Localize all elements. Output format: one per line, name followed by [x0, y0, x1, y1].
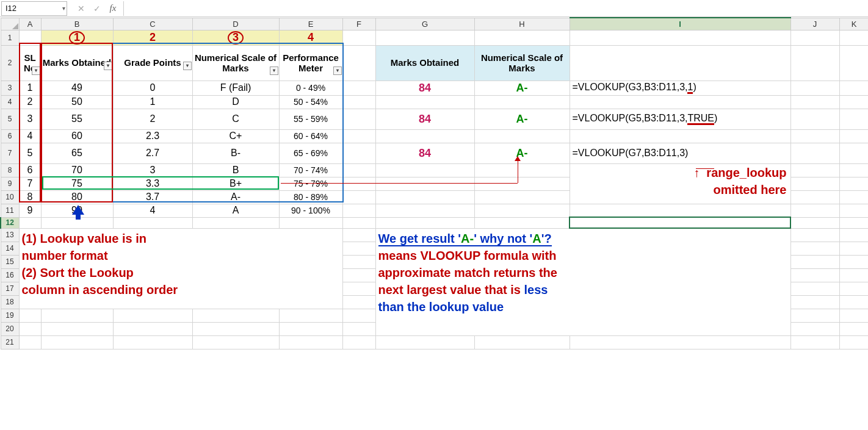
cell[interactable]: 2.7	[114, 147, 192, 159]
cell[interactable]: 4	[114, 204, 192, 217]
col-header[interactable]: F	[342, 18, 375, 30]
row-header[interactable]: 16	[1, 268, 19, 282]
lookup-result[interactable]: A-	[475, 81, 570, 95]
col-header[interactable]: E	[279, 18, 342, 30]
filter-icon[interactable]: ▾	[270, 66, 278, 75]
cell[interactable]: 3	[114, 164, 192, 176]
cell[interactable]: 3	[20, 113, 41, 125]
formula-bar: I12 ▾ ✕ ✓ fx	[0, 0, 868, 17]
lookup-value[interactable]: 84	[376, 112, 474, 126]
cell[interactable]: 80 - 89%	[280, 192, 342, 202]
row-header[interactable]: 13	[1, 228, 19, 242]
row-header[interactable]: 3	[1, 81, 19, 95]
row-header[interactable]: 7	[1, 143, 19, 163]
cell[interactable]: 90	[42, 204, 113, 217]
cell[interactable]: 1	[114, 96, 192, 108]
cell[interactable]: 70	[42, 164, 113, 176]
cell[interactable]: 75	[42, 177, 113, 190]
filter-icon[interactable]: ▾	[183, 62, 192, 70]
worksheet-grid[interactable]: A B C D E F G H I J K 1 1 2 3 4 2 SL No▾…	[0, 17, 868, 349]
filter-icon[interactable]: ▾	[104, 62, 112, 70]
col-header[interactable]: G	[375, 18, 474, 30]
cell[interactable]: 2	[114, 113, 192, 125]
filter-icon[interactable]: ▾	[32, 66, 40, 75]
cell[interactable]: 90 - 100%	[280, 205, 342, 216]
cell[interactable]: 8	[20, 191, 41, 203]
cell[interactable]: 3.3	[114, 177, 192, 190]
row-header[interactable]: 6	[1, 129, 19, 143]
row-header[interactable]: 10	[1, 190, 19, 204]
cell[interactable]: 49	[42, 82, 113, 94]
cell[interactable]: B-	[193, 147, 279, 159]
col-header[interactable]: C	[113, 18, 192, 30]
lookup-result[interactable]: A-	[475, 146, 570, 160]
cell[interactable]: C	[193, 113, 279, 125]
name-box[interactable]: I12 ▾	[1, 1, 67, 16]
row-header[interactable]: 8	[1, 163, 19, 177]
cell[interactable]: B	[193, 164, 279, 176]
row-header[interactable]: 21	[1, 335, 19, 349]
col-header[interactable]: J	[790, 18, 839, 30]
row-header[interactable]: 4	[1, 95, 19, 109]
col-header[interactable]: A	[19, 18, 41, 30]
name-box-dropdown-icon[interactable]: ▾	[62, 5, 65, 12]
cell[interactable]: 50	[42, 96, 113, 108]
select-all-corner[interactable]	[1, 18, 19, 30]
row-header[interactable]: 20	[1, 322, 19, 335]
cell[interactable]: B+	[193, 177, 279, 190]
row-header[interactable]: 9	[1, 177, 19, 190]
row-header[interactable]: 2	[1, 45, 19, 81]
cell[interactable]: 9	[20, 204, 41, 217]
row-header[interactable]: 17	[1, 282, 19, 295]
cell[interactable]: 2.3	[114, 130, 192, 142]
cell[interactable]: 65	[42, 147, 113, 159]
col-header[interactable]: D	[192, 18, 279, 30]
col-header[interactable]: B	[41, 18, 113, 30]
cell[interactable]: 0	[114, 82, 192, 94]
cell[interactable]: 55 - 59%	[280, 113, 342, 124]
cell[interactable]: A	[193, 204, 279, 217]
formula-text[interactable]: =VLOOKUP(G5,B3:D11,3,TRUE)	[570, 112, 790, 126]
cell[interactable]: 3.7	[114, 191, 192, 203]
cell[interactable]: 50 - 54%	[280, 96, 342, 107]
formula-text[interactable]: =VLOOKUP(G3,B3:D11,3,1)	[570, 81, 790, 95]
col-header[interactable]: I	[570, 18, 790, 30]
lookup-result[interactable]: A-	[475, 112, 570, 126]
cell[interactable]: A-	[193, 191, 279, 203]
cell[interactable]: 60 - 64%	[280, 131, 342, 142]
row-header[interactable]: 1	[1, 30, 19, 45]
row-header[interactable]: 14	[1, 242, 19, 255]
cell[interactable]: 6	[20, 164, 41, 176]
row-header[interactable]: 5	[1, 109, 19, 129]
formula-text[interactable]: =VLOOKUP(G7,B3:D11,3)	[570, 147, 790, 159]
lookup-value[interactable]: 84	[376, 146, 474, 160]
col-header[interactable]: K	[839, 18, 868, 30]
cell[interactable]: C+	[193, 130, 279, 142]
cell[interactable]: 7	[20, 177, 41, 190]
cell[interactable]: 55	[42, 113, 113, 125]
cell[interactable]: 1	[20, 82, 41, 94]
fx-icon[interactable]: fx	[105, 1, 121, 16]
cell[interactable]: 2	[20, 96, 41, 108]
row-header[interactable]: 15	[1, 255, 19, 268]
cell[interactable]: D	[193, 96, 279, 108]
cell[interactable]: F (Fail)	[193, 82, 279, 94]
cell[interactable]: 0 - 49%	[280, 82, 342, 93]
row-header[interactable]: 12	[1, 217, 19, 228]
cell[interactable]: 65 - 69%	[280, 148, 342, 159]
cell[interactable]: 75 - 79%	[280, 178, 342, 189]
col-index-4: 4	[308, 31, 314, 43]
col-header[interactable]: H	[474, 18, 570, 30]
active-cell[interactable]	[570, 217, 790, 228]
row-header[interactable]: 11	[1, 204, 19, 217]
cell[interactable]: 70 - 74%	[280, 165, 342, 176]
cell[interactable]: 5	[20, 147, 41, 159]
cell[interactable]: 60	[42, 130, 113, 142]
cell[interactable]: 80	[42, 191, 113, 203]
cell[interactable]: 4	[20, 130, 41, 142]
row-header[interactable]: 18	[1, 295, 19, 309]
row-header[interactable]: 19	[1, 309, 19, 322]
lookup-value[interactable]: 84	[376, 81, 474, 95]
formula-input[interactable]	[123, 1, 868, 16]
filter-icon[interactable]: ▾	[333, 66, 342, 75]
